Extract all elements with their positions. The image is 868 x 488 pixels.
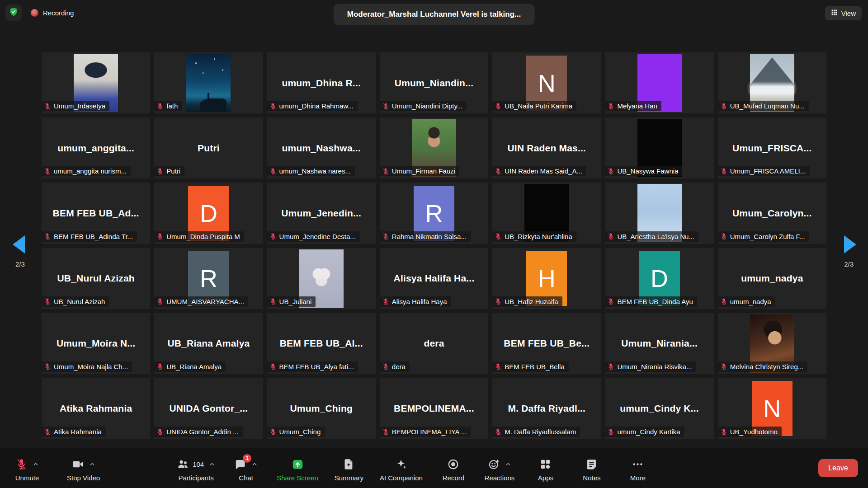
participant-tile[interactable]: Umum_Niandin...Umum_Niandini Dipty...	[380, 52, 488, 113]
next-page-button[interactable]	[841, 234, 856, 255]
participant-tile[interactable]: Alisya Halifa Ha...Alisya Halifa Haya	[380, 248, 488, 309]
participant-name-label: dera	[380, 361, 410, 372]
toolbar-more[interactable]: More	[618, 455, 658, 482]
participant-display-name: Umum_Niandin...	[390, 78, 478, 89]
zoom-meeting-window: Recording Moderator_Marshal Luchannel Ve…	[0, 0, 868, 488]
muted-mic-icon	[720, 103, 727, 110]
video-camera-icon	[72, 458, 84, 470]
participant-tile[interactable]: umum_nadyaumum_nadya	[718, 248, 826, 309]
participant-tile[interactable]: UB_Mufad Luqman Nu...	[718, 52, 826, 113]
participant-name-text: fath	[166, 102, 178, 110]
participant-tile[interactable]: Umum_Firman Fauzi	[380, 117, 488, 178]
muted-mic-icon	[269, 428, 277, 436]
participant-name-label: UB_Mufad Luqman Nu...	[718, 101, 809, 111]
participant-tile[interactable]: Umum_Carolyn...Umum_Carolyn Zulfa F...	[718, 183, 826, 244]
participant-tile[interactable]: HUB_Hafiz Huzaifa	[492, 248, 601, 309]
participant-tile[interactable]: UB_Riana AmalyaUB_Riana Amalya	[154, 313, 263, 374]
toolbar-item-label: Notes	[583, 474, 600, 482]
participant-tile[interactable]: BEM FEB UB_Ad...BEM FEB UB_Adinda Tr...	[42, 183, 150, 244]
participant-tile[interactable]: BEMPOLINEMA...BEMPOLINEMA_LIYA ...	[380, 378, 488, 439]
participant-tile[interactable]: NUB_Yudhotomo	[718, 378, 826, 439]
toolbar-unmute[interactable]: Unmute	[7, 455, 47, 482]
participant-name-text: UB_Riana Amalya	[166, 363, 222, 371]
participant-tile[interactable]: BEM FEB UB_Be...BEM FEB UB_Bella	[492, 313, 601, 374]
muted-mic-icon	[269, 298, 277, 305]
toolbar-participants[interactable]: 104Participants	[172, 455, 220, 482]
participant-tile[interactable]: fath	[154, 52, 263, 113]
participant-tile[interactable]: UB_Ariestha La'isya Nu...	[605, 183, 713, 244]
participant-name-label: Umum_Firman Fauzi	[380, 166, 459, 176]
participant-tile[interactable]: Umum_Jenedin...Umum_Jenedine Desta...	[267, 183, 376, 244]
participant-name-label: Umum_Dinda Puspita M	[154, 231, 244, 242]
prev-page-button[interactable]	[13, 234, 28, 255]
chevron-left-icon	[13, 235, 25, 253]
view-button[interactable]: View	[825, 6, 862, 20]
toolbar-notes[interactable]: Notes	[572, 455, 612, 482]
chat-bubble-icon: 1	[234, 458, 246, 470]
participant-tile[interactable]: Melyana Han	[605, 52, 713, 113]
toolbar-apps[interactable]: Apps	[526, 455, 566, 482]
participant-tile[interactable]: Umum_Irdasetya	[42, 52, 150, 113]
participant-tile[interactable]: Melvina Christyn Sireg...	[718, 313, 826, 374]
participant-tile[interactable]: Umum_Moira N...Umum_Moira Najla Ch...	[42, 313, 150, 374]
toolbar-chat[interactable]: 1Chat	[226, 455, 266, 482]
top-bar: Recording Moderator_Marshal Luchannel Ve…	[0, 0, 868, 28]
toolbar-item-label: AI Companion	[380, 474, 423, 482]
participant-tile[interactable]: umum_Cindy K...umum_Cindy Kartika	[605, 378, 713, 439]
toolbar-reactions[interactable]: Reactions	[480, 455, 519, 482]
participant-name-text: Umum_Carolyn Zulfa F...	[730, 233, 805, 240]
participant-tile[interactable]: Umum_FRISCA...Umum_FRISCA AMELI...	[718, 117, 826, 178]
participant-name-text: UB_Yudhotomo	[730, 428, 778, 436]
toolbar-stop-video[interactable]: Stop Video	[62, 455, 104, 482]
participant-tile[interactable]: UNIDA Gontor_...UNIDA Gontor_Addin ...	[154, 378, 263, 439]
muted-mic-icon	[495, 428, 502, 436]
participant-tile[interactable]: UIN Raden Mas...UIN Raden Mas Said_A...	[492, 117, 601, 178]
chevron-up-icon[interactable]	[33, 461, 39, 467]
toolbar-ai-companion[interactable]: AI Companion	[375, 455, 427, 482]
participant-display-name: umum_Nashwa...	[278, 143, 365, 154]
participant-name-label: Umum_Niandini Dipty...	[380, 101, 467, 111]
muted-mic-icon	[382, 428, 389, 436]
participant-tile[interactable]: DUmum_Dinda Puspita M	[154, 183, 263, 244]
toolbar-summary[interactable]: Summary	[329, 455, 369, 482]
chevron-up-icon[interactable]	[89, 461, 95, 467]
participant-tile[interactable]: RUMUM_AISVARYACHA...	[154, 248, 263, 309]
toolbar-share-screen[interactable]: Share Screen	[272, 455, 323, 482]
toolbar-record[interactable]: Record	[434, 455, 473, 482]
chevron-up-icon[interactable]	[505, 461, 511, 467]
bottom-toolbar: UnmuteStop Video104Participants1ChatShar…	[0, 448, 868, 488]
participant-tile[interactable]: UB_Nurul AzizahUB_Nurul Azizah	[42, 248, 150, 309]
participant-tile[interactable]: NUB_Naila Putri Karima	[492, 52, 601, 113]
chevron-up-icon[interactable]	[209, 461, 215, 467]
participant-name-text: dera	[392, 363, 406, 371]
participant-tile[interactable]: PutriPutri	[154, 117, 263, 178]
participant-tile[interactable]: UB_Rizkyta Nur'ahlina	[492, 183, 601, 244]
participant-tile[interactable]: BEM FEB UB_Al...BEM FEB UB_Alya fati...	[267, 313, 376, 374]
participant-tile[interactable]: Atika RahmaniaAtika Rahmania	[42, 378, 150, 439]
participant-tile[interactable]: deradera	[380, 313, 488, 374]
participant-name-label: Putri	[154, 166, 184, 176]
security-shield-button[interactable]	[5, 5, 22, 21]
participant-tile[interactable]: umum_anggita...umum_anggita nurism...	[42, 117, 150, 178]
leave-button[interactable]: Leave	[818, 459, 858, 477]
participant-tile[interactable]: Umum_Nirania...Umum_Nirania Risvika...	[605, 313, 713, 374]
participant-tile[interactable]: UB_Nasywa Fawnia	[605, 117, 713, 178]
participant-name-label: UNIDA Gontor_Addin ...	[154, 427, 242, 437]
chevron-up-icon[interactable]	[251, 461, 258, 467]
participant-tile[interactable]: UB_Juliani	[267, 248, 376, 309]
participant-tile[interactable]: M. Daffa Riyadl...M. Daffa Riyadlussalam	[492, 378, 601, 439]
participant-name-text: UB_Nasywa Fawnia	[617, 167, 678, 175]
participant-name-label: Rahma Nikmatin Salsa...	[380, 231, 471, 242]
participant-display-name: Atika Rahmania	[55, 403, 137, 414]
participant-tile[interactable]: umum_Dhina R...umum_Dhina Rahmaw...	[267, 52, 376, 113]
participant-tile[interactable]: RRahma Nikmatin Salsa...	[380, 183, 488, 244]
participant-tile[interactable]: Umum_ChingUmum_Ching	[267, 378, 376, 439]
participant-name-label: Alisya Halifa Haya	[380, 296, 451, 307]
participant-tile[interactable]: DBEM FEB UB_Dinda Ayu	[605, 248, 713, 309]
participant-tile[interactable]: umum_Nashwa...umum_Nashwa nares...	[267, 117, 376, 178]
recording-dot-icon	[31, 9, 38, 17]
participant-name-text: UB_Rizkyta Nur'ahlina	[505, 233, 572, 240]
muted-mic-icon	[156, 233, 164, 240]
participant-display-name: BEM FEB UB_Be...	[499, 338, 594, 349]
participant-display-name: umum_Cindy K...	[615, 403, 703, 414]
